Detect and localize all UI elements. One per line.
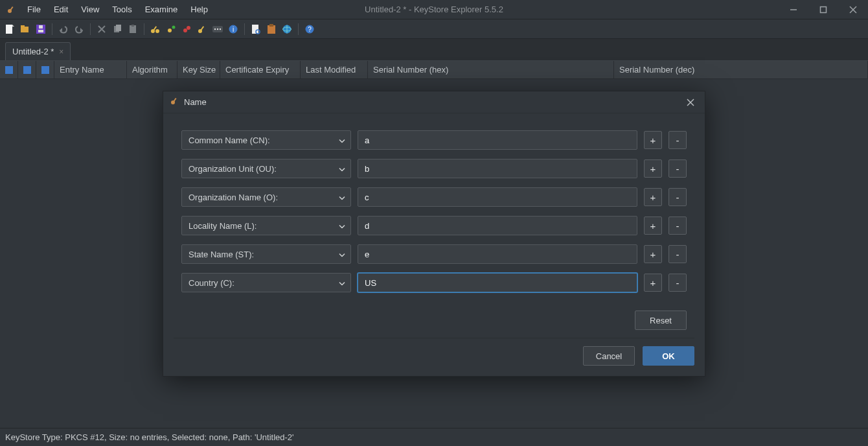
ok-button[interactable]: OK [643,346,694,366]
dn-value-input[interactable] [358,130,637,150]
status-bar: KeyStore Type: PKCS #12, Size: no entrie… [0,428,868,446]
close-button[interactable] [838,0,868,19]
dn-value-input[interactable] [358,216,637,235]
dn-type-select[interactable]: Country (C): [181,273,351,292]
add-row-button[interactable]: + [644,159,662,178]
dn-value-input[interactable] [358,244,637,264]
remove-row-button[interactable]: - [668,131,687,149]
dialog-close-button[interactable] [683,95,698,110]
svg-rect-12 [39,25,43,29]
dn-type-label: Locality Name (L): [188,221,257,231]
svg-rect-39 [269,24,273,27]
save-icon[interactable] [35,23,47,35]
col-cert-expiry[interactable]: Certificate Expiry [220,61,301,78]
col-icon-2[interactable] [18,61,36,78]
col-algorithm[interactable]: Algorithm [127,61,177,78]
add-row-button[interactable]: + [644,131,662,149]
svg-point-26 [183,29,187,32]
cut-icon[interactable] [96,23,108,35]
redo-icon[interactable] [73,23,85,35]
chevron-down-icon [339,193,345,202]
add-row-button[interactable]: + [644,188,662,206]
dn-type-select[interactable]: Common Name (CN): [181,130,351,150]
document-tabstrip: Untitled-2 * × [0,39,868,61]
dn-type-select[interactable]: Organization Name (O): [181,187,351,207]
new-icon[interactable] [4,23,16,35]
remove-row-button[interactable]: - [668,217,687,235]
svg-point-32 [217,28,218,29]
add-row-button[interactable]: + [644,245,662,263]
chevron-down-icon [339,250,345,259]
keypair-gold-icon[interactable] [150,23,161,35]
menu-file[interactable]: File [21,1,47,18]
add-row-button[interactable]: + [644,274,662,292]
svg-rect-3 [821,7,827,13]
tab-close-icon[interactable]: × [59,47,63,56]
svg-rect-29 [200,26,204,31]
separator [90,23,91,35]
svg-point-23 [155,29,159,33]
document-tab[interactable]: Untitled-2 * × [5,42,71,60]
col-icon-1[interactable] [0,61,18,78]
dialog-titlebar[interactable]: Name [163,91,705,113]
dialog-body: Common Name (CN):+-Organization Unit (OU… [163,113,705,307]
dn-type-label: Country (C): [188,278,234,288]
dn-row: Common Name (CN):+- [181,130,687,150]
remove-row-button[interactable]: - [668,159,687,178]
table-header: Entry Name Algorithm Key Size Certificat… [0,61,868,79]
window-controls [779,0,868,19]
dn-type-label: Organization Unit (OU): [188,164,277,174]
inspect-doc-icon[interactable] [250,23,262,35]
svg-rect-45 [5,66,13,74]
password-icon[interactable] [212,23,223,35]
svg-rect-47 [41,66,49,74]
dn-value-input[interactable] [358,187,637,207]
minimize-button[interactable] [779,0,808,19]
dn-value-input[interactable] [358,159,637,178]
open-icon[interactable] [19,23,31,35]
menu-edit[interactable]: Edit [47,1,74,18]
dn-type-select[interactable]: State Name (ST): [181,244,351,264]
svg-point-24 [168,29,172,32]
info-icon[interactable]: i [227,23,239,35]
reset-button[interactable]: Reset [635,311,687,330]
key-gold-icon[interactable] [196,23,208,35]
menu-help[interactable]: Help [184,1,214,18]
menu-tools[interactable]: Tools [106,1,138,18]
remove-row-button[interactable]: - [668,245,687,263]
remove-row-button[interactable]: - [668,188,687,206]
document-tab-label: Untitled-2 * [12,47,54,56]
dn-row: Locality Name (L):+- [181,216,687,235]
col-last-modified[interactable]: Last Modified [301,61,368,78]
menu-examine[interactable]: Examine [139,1,185,18]
globe-icon[interactable] [281,23,293,35]
svg-point-27 [187,26,190,30]
keypair-green-icon[interactable] [165,23,177,35]
undo-icon[interactable] [58,23,69,35]
title-bar: File Edit View Tools Examine Help Untitl… [0,0,868,19]
dn-type-select[interactable]: Locality Name (L): [181,216,351,235]
dialog-reset-row: Reset [163,307,705,338]
clipboard-icon[interactable] [266,23,277,35]
maximize-button[interactable] [808,0,838,19]
separator [244,23,245,35]
help-icon[interactable]: ? [304,23,315,35]
menu-view[interactable]: View [74,1,106,18]
col-serial-dec[interactable]: Serial Number (dec) [614,61,868,78]
col-entry-name[interactable]: Entry Name [54,61,127,78]
paste-icon[interactable] [127,23,139,35]
col-icon-3[interactable] [36,61,54,78]
dn-value-input[interactable] [358,273,637,292]
add-row-button[interactable]: + [644,217,662,235]
col-serial-hex[interactable]: Serial Number (hex) [368,61,614,78]
copy-icon[interactable] [111,23,123,35]
dn-type-label: Common Name (CN): [188,135,270,145]
cancel-button[interactable]: Cancel [583,346,635,366]
svg-marker-7 [12,25,14,27]
keypair-red-icon[interactable] [181,23,192,35]
dn-type-label: State Name (ST): [188,250,254,259]
chevron-down-icon [339,278,345,288]
remove-row-button[interactable]: - [668,274,687,292]
dn-type-select[interactable]: Organization Unit (OU): [181,159,351,178]
col-key-size[interactable]: Key Size [177,61,220,78]
